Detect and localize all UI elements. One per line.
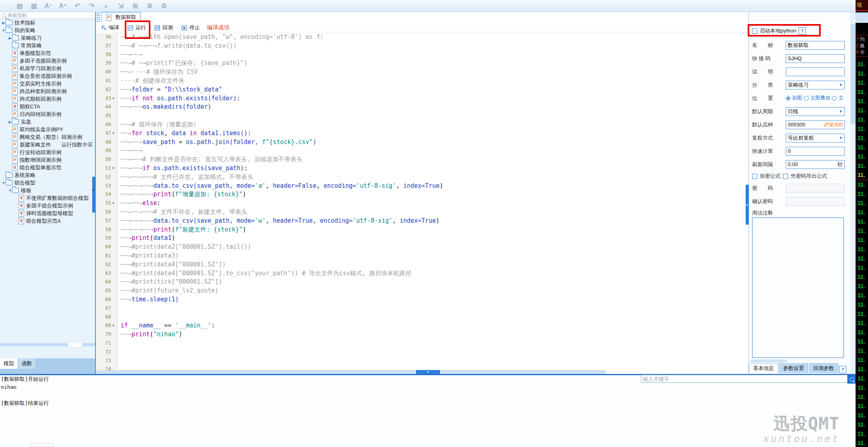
- tree-item[interactable]: V组合模型单股示范: [0, 164, 92, 171]
- redo-icon[interactable]: ↷: [87, 2, 96, 10]
- tree-item[interactable]: 常用策略: [0, 42, 92, 49]
- field-shortcut-input[interactable]: SJHQ: [786, 54, 845, 63]
- code-token: # ─→──→f.write(data.to_csv()): [132, 42, 237, 49]
- tree-item[interactable]: V单股模型示范: [0, 49, 92, 57]
- font-decrease-icon[interactable]: A⁻: [44, 2, 53, 10]
- v-file-icon: V: [12, 103, 18, 110]
- fold-marker-icon[interactable]: ▼: [112, 199, 116, 208]
- field-password-input[interactable]: [786, 184, 845, 193]
- chevron-right-icon[interactable]: ▶: [2, 21, 6, 25]
- tree-item[interactable]: ▼我的策略: [0, 26, 92, 34]
- panel-collapse-handle[interactable]: ▸: [746, 185, 749, 225]
- quote-switch-button[interactable]: [856, 12, 868, 23]
- sidebar-collapse-arrow-icon[interactable]: ◂: [92, 188, 94, 192]
- tree-item[interactable]: ▶技术指标: [0, 19, 92, 26]
- tree-item[interactable]: P日内回转回测示例: [0, 110, 92, 118]
- output-console[interactable]: [数据获取]开始运行nihao[数据获取]结束运行 迅投QMT xuntou.n…: [0, 375, 856, 447]
- field-refresh-interval-input[interactable]: 0.00秒: [786, 160, 845, 169]
- chevron-down-icon[interactable]: ▼: [2, 181, 6, 185]
- usage-note-textarea[interactable]: [752, 217, 844, 358]
- 加密公式-checkbox[interactable]: [752, 174, 757, 179]
- tree-item[interactable]: ▶策略练习: [0, 34, 92, 42]
- save-all-icon[interactable]: ▥: [30, 2, 39, 10]
- field-confirm-password-input[interactable]: [786, 197, 845, 206]
- panel-tab-回测参数[interactable]: 回测参数: [809, 363, 838, 373]
- code-area[interactable]: 3637383940414243▼44454647▼48495051▼52535…: [96, 33, 747, 370]
- tree-item[interactable]: 系统策略: [0, 171, 92, 179]
- compile-button[interactable]: 编译: [97, 23, 123, 33]
- tree-item[interactable]: V不使用扩展数据的组合模型: [0, 194, 92, 202]
- file-search-icon[interactable]: ⌕: [102, 2, 111, 10]
- panel-tab-help-icon[interactable]: ?: [839, 366, 846, 373]
- code-token: ──→: [121, 130, 132, 137]
- dropdown-arrow-icon[interactable]: ▼: [839, 83, 843, 87]
- panel-vscrollbar[interactable]: [850, 12, 856, 374]
- radio-主图叠加[interactable]: [804, 96, 809, 101]
- tree-item[interactable]: V组合模型示范A: [0, 217, 92, 225]
- field-adjust-mode-select[interactable]: 等比前复权▼: [786, 134, 845, 142]
- panel-tab-基本信息[interactable]: 基本信息: [749, 363, 778, 373]
- stop-button[interactable]: 停止: [177, 23, 204, 33]
- sidebar-tab-函数[interactable]: 函数: [18, 358, 36, 369]
- tree-item[interactable]: ▼模板: [0, 187, 92, 194]
- field-fast-calc-input[interactable]: 0: [786, 147, 845, 156]
- tree-item[interactable]: P集合竞价选股回测示例: [0, 72, 92, 80]
- radio-主[interactable]: [832, 96, 837, 101]
- field-name-input[interactable]: 数据获取: [786, 41, 845, 50]
- keyword-search-input[interactable]: [641, 375, 848, 383]
- fold-marker-icon[interactable]: ▼: [112, 94, 116, 103]
- radio-副图[interactable]: [786, 96, 791, 101]
- tree-item[interactable]: ▶实盘: [0, 118, 92, 126]
- tree-item[interactable]: V多因子组合模型示例: [0, 202, 92, 209]
- editor-hscroll-thumb[interactable]: ▼: [416, 370, 440, 374]
- fold-marker-icon[interactable]: ▼: [112, 164, 116, 173]
- tree-item[interactable]: P交易实时主推示例: [0, 80, 92, 87]
- tree-item[interactable]: ▼组合模型: [0, 179, 92, 187]
- tree-item[interactable]: P新建策略文件运行指数中买: [0, 141, 92, 148]
- sidebar-hscroll-thumb[interactable]: [68, 343, 82, 346]
- backtest-button[interactable]: 回测: [150, 23, 177, 33]
- file-settings-alt-icon[interactable]: ⚙: [160, 2, 168, 10]
- sidebar-hscrollbar[interactable]: [0, 343, 95, 346]
- tree-item[interactable]: V择时选股模型母模型: [0, 209, 92, 217]
- tree-item[interactable]: P多因子选股回测示例: [0, 57, 92, 65]
- sidebar-search-input[interactable]: 搜索指标: [0, 12, 95, 19]
- field-default-period-select[interactable]: 日线▼: [786, 107, 845, 116]
- 凭密码导出公式-checkbox[interactable]: [783, 174, 788, 179]
- field-category-select[interactable]: 策略练习▼: [786, 81, 845, 89]
- tree-item[interactable]: V期权CTA: [0, 103, 92, 110]
- dropdown-arrow-icon[interactable]: ▼: [839, 109, 843, 114]
- chevron-right-icon[interactable]: ▶: [8, 36, 12, 40]
- chevron-right-icon[interactable]: ▶: [8, 120, 12, 124]
- chevron-down-icon[interactable]: ▼: [8, 189, 12, 193]
- sidebar-tab-模型[interactable]: 模型: [0, 358, 18, 369]
- undo-icon[interactable]: ↶: [73, 2, 82, 10]
- tree-item[interactable]: P跨式期权回测示例: [0, 95, 92, 103]
- tree-item[interactable]: P指数增强回测示例: [0, 156, 92, 164]
- line-number: 47: [96, 129, 111, 138]
- tree-item[interactable]: P网格交易（期货）回测示例: [0, 133, 92, 141]
- file-export-icon[interactable]: ⇲: [116, 2, 125, 10]
- tree-item[interactable]: P跨品种套利回测示例: [0, 87, 92, 95]
- editor-hscrollbar[interactable]: ▼: [96, 370, 606, 374]
- panel-tab-参数设置[interactable]: 参数设置: [779, 363, 808, 373]
- save-icon[interactable]: ▤: [15, 2, 24, 10]
- file-settings-icon[interactable]: ⚙: [145, 2, 154, 10]
- field-default-symbol-input[interactable]: 000300沪深300: [786, 120, 845, 129]
- quote-panel-strip: 现 7均2换6今 11.11.11.11.11.11.11.11.11.11.1…: [856, 0, 868, 447]
- tab-drag-grip-icon[interactable]: [96, 13, 100, 22]
- tree-item[interactable]: P双均线实盘示例PY: [0, 126, 92, 133]
- sidebar-vscroll-thumb[interactable]: [92, 177, 95, 213]
- dropdown-arrow-icon[interactable]: ▼: [839, 136, 843, 140]
- chevron-down-icon[interactable]: ▼: [2, 28, 6, 33]
- tree-item[interactable]: P行业轮动回测示例: [0, 148, 92, 156]
- file-new-icon[interactable]: ⊞: [131, 2, 140, 10]
- tree-item-label: 策略练习: [21, 35, 42, 42]
- fold-marker-icon[interactable]: ▼: [112, 321, 116, 330]
- keyword-search-button[interactable]: [848, 375, 856, 384]
- tree-item[interactable]: P机器学习回测示例: [0, 65, 92, 72]
- panel-vscroll-thumb[interactable]: [851, 24, 855, 124]
- font-increase-icon[interactable]: A⁺: [59, 2, 67, 10]
- field-description-input[interactable]: [786, 67, 845, 76]
- fold-marker-icon[interactable]: ▼: [112, 129, 116, 138]
